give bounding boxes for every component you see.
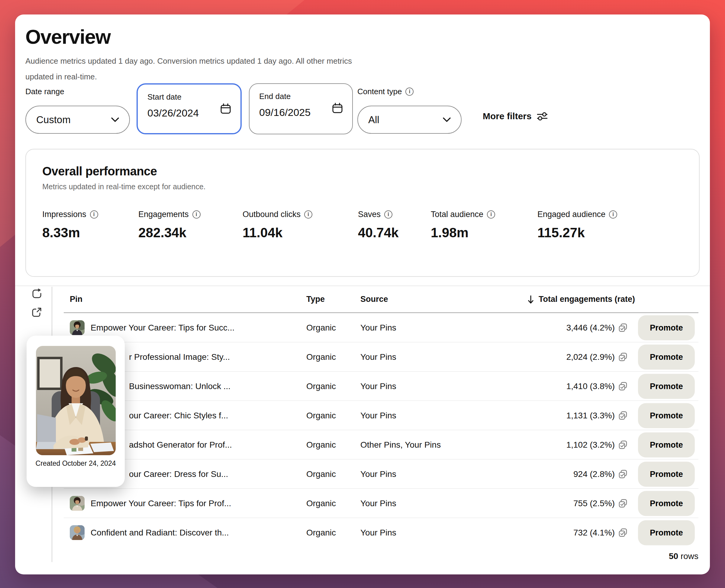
info-icon[interactable]: i (487, 210, 495, 218)
promote-button[interactable]: Promote (638, 520, 695, 545)
end-date-label: End date (259, 92, 343, 101)
pin-stats-icon (618, 499, 627, 508)
pin-source: Your Pins (360, 381, 396, 391)
pin-type: Organic (306, 440, 336, 450)
metric-saves: Savesi40.74k (358, 210, 399, 240)
date-range-select[interactable]: Custom (25, 106, 130, 134)
promote-button[interactable]: Promote (638, 315, 695, 340)
pin-engagements: 1,102 (3.2%) (566, 440, 627, 450)
promote-button[interactable]: Promote (638, 374, 695, 399)
pin-type: Organic (306, 381, 336, 391)
end-date-value: 09/16/2025 (259, 107, 343, 118)
pin-type: Organic (306, 469, 336, 479)
metric-label: Total audiencei (431, 210, 495, 219)
date-range-label: Date range (25, 87, 64, 96)
pin-source: Your Pins (360, 499, 396, 508)
start-date-label: Start date (147, 92, 231, 102)
info-icon[interactable]: i (405, 87, 414, 96)
pin-stats-icon (618, 440, 627, 449)
promote-button[interactable]: Promote (638, 432, 695, 457)
table-footer: 50 rows (52, 547, 700, 565)
pin-source: Your Pins (360, 323, 396, 333)
page-subtitle: Audience metrics updated 1 day ago. Conv… (25, 53, 352, 85)
refresh-button[interactable] (32, 289, 52, 301)
overall-performance-title: Overall performance (42, 165, 683, 178)
pin-stats-icon (618, 528, 627, 537)
pin-thumbnail[interactable] (70, 320, 85, 335)
table-body: Empower Your Career: Tips for Succ...Org… (52, 313, 700, 547)
table-row: our Career: Dress for Su...OrganicYour P… (52, 459, 700, 489)
metric-value: 40.74k (358, 225, 399, 240)
table-header: Pin Type Source Total engagements (rate) (52, 287, 700, 313)
promote-button[interactable]: Promote (638, 403, 695, 428)
pin-title[interactable]: Empower Your Career: Tips for Succ... (90, 323, 235, 333)
pin-title[interactable]: Businesswoman: Unlock ... (129, 381, 230, 391)
section-divider (15, 286, 710, 286)
start-date-field[interactable]: Start date 03/26/2024 (137, 83, 242, 134)
end-date-field[interactable]: End date 09/16/2025 (249, 83, 353, 134)
pin-title[interactable]: Confident and Radiant: Discover th... (90, 528, 229, 538)
promote-button[interactable]: Promote (638, 462, 695, 487)
row-count: 50 rows (669, 551, 699, 561)
content-type-select[interactable]: All (357, 106, 462, 134)
metric-value: 282.34k (138, 225, 201, 240)
pin-title[interactable]: adshot Generator for Prof... (129, 440, 232, 450)
metric-label: Engaged audiencei (538, 210, 617, 219)
subtitle-line-1: Audience metrics updated 1 day ago. Conv… (25, 53, 352, 69)
info-icon[interactable]: i (193, 210, 201, 218)
table-row: adshot Generator for Prof...OrganicOther… (52, 430, 700, 459)
column-header-engagements[interactable]: Total engagements (rate) (527, 295, 635, 304)
pin-type: Organic (306, 528, 336, 538)
pin-source: Other Pins, Your Pins (360, 440, 441, 450)
pin-title[interactable]: r Professional Image: Sty... (129, 352, 230, 362)
calendar-icon (331, 102, 344, 115)
info-icon[interactable]: i (90, 210, 98, 218)
metric-impressions: Impressionsi8.33m (42, 210, 98, 240)
pin-title[interactable]: Empower Your Career: Tips for Prof... (90, 499, 231, 508)
pin-stats-icon (618, 470, 627, 479)
page-header: Overview Audience metrics updated 1 day … (25, 25, 352, 85)
info-icon[interactable]: i (304, 210, 313, 218)
table-row: Confident and Radiant: Discover th...Org… (52, 518, 700, 547)
metric-value: 1.98m (431, 225, 495, 240)
metric-value: 11.04k (243, 225, 313, 240)
table-row: Empower Your Career: Tips for Succ...Org… (52, 313, 700, 342)
more-filters-button[interactable]: More filters (483, 111, 548, 121)
metric-value: 115.27k (538, 225, 617, 240)
pin-source: Your Pins (360, 411, 396, 420)
chevron-down-icon (443, 118, 451, 122)
pin-created-date: Created October 24, 2024 (26, 459, 125, 467)
pin-thumbnail[interactable] (70, 525, 85, 540)
pin-preview-image (36, 346, 116, 455)
pin-engagements: 3,446 (4.2%) (566, 323, 627, 333)
overall-performance-panel: Overall performance Metrics updated in r… (25, 149, 700, 277)
metric-value: 8.33m (42, 225, 98, 240)
column-header-pin[interactable]: Pin (70, 295, 82, 304)
date-range-value: Custom (36, 114, 71, 126)
info-icon[interactable]: i (609, 210, 617, 218)
pin-stats-icon (618, 353, 627, 362)
metric-outbound-clicks: Outbound clicksi11.04k (243, 210, 313, 240)
chevron-down-icon (111, 118, 119, 122)
page-background: Overview Audience metrics updated 1 day … (0, 0, 725, 588)
pin-engagements: 924 (2.8%) (573, 469, 627, 479)
column-header-source[interactable]: Source (360, 295, 388, 304)
pin-engagements: 755 (2.5%) (573, 499, 627, 508)
promote-button[interactable]: Promote (638, 491, 695, 516)
pin-title[interactable]: our Career: Chic Styles f... (129, 411, 228, 420)
column-header-engagements-label: Total engagements (rate) (539, 295, 635, 304)
pin-source: Your Pins (360, 352, 396, 362)
promote-button[interactable]: Promote (638, 344, 695, 370)
pin-thumbnail[interactable] (70, 496, 85, 511)
pin-engagements: 1,131 (3.3%) (566, 411, 627, 420)
overall-performance-subtitle: Metrics updated in real-time except for … (42, 182, 683, 191)
table-row: Businesswoman: Unlock ...OrganicYour Pin… (52, 372, 700, 401)
pin-preview-tooltip: Created October 24, 2024 (26, 336, 125, 487)
pin-type: Organic (306, 352, 336, 362)
pin-stats-icon (618, 411, 627, 420)
column-header-type[interactable]: Type (306, 295, 325, 304)
info-icon[interactable]: i (384, 210, 392, 218)
sliders-icon (537, 112, 548, 121)
pin-title[interactable]: our Career: Dress for Su... (129, 469, 228, 479)
export-link-button[interactable] (32, 307, 52, 319)
